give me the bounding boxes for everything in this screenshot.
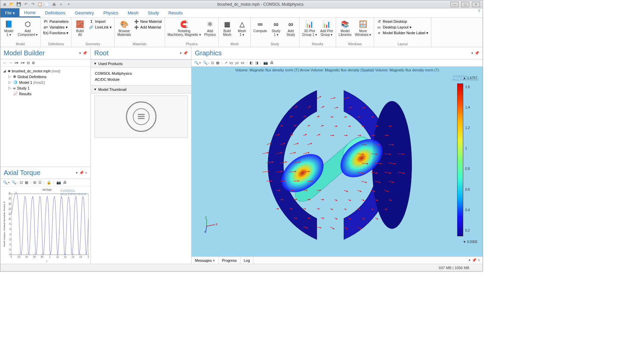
yz-icon[interactable]: yz xyxy=(235,61,239,65)
panel-pin-icon[interactable]: 📌 xyxy=(83,51,87,55)
panel-menu-icon[interactable]: ▾ xyxy=(76,171,78,175)
tree-item[interactable]: ▷🧊Model 1 (mod1) xyxy=(3,79,88,85)
zoom-out-icon[interactable]: 🔍- xyxy=(203,61,209,65)
ribbon-parameters[interactable]: PiParameters xyxy=(43,19,69,24)
panel-close-icon[interactable]: × xyxy=(478,258,480,262)
tree-item[interactable]: ▷∞Study 1 xyxy=(3,85,88,91)
zoom-extents-icon[interactable]: ⊡ xyxy=(211,61,214,65)
tree-item[interactable]: 📈Results xyxy=(3,91,88,97)
thumbnail-section-header[interactable]: ▾Model Thumbnail xyxy=(91,85,191,94)
xz-icon[interactable]: xz xyxy=(241,61,245,65)
tab-log[interactable]: Log xyxy=(240,257,254,264)
tree-item[interactable]: ▷⊕Global Definitions xyxy=(3,74,88,79)
ribbon-rotating[interactable]: 🧲RotatingMachinery, Magnetic ▾ xyxy=(166,18,202,37)
ribbon-build[interactable]: 🧱BuildAll xyxy=(73,18,87,37)
ribbon-mesh[interactable]: △Mesh1 ▾ xyxy=(235,18,249,37)
xy-icon[interactable]: xy xyxy=(229,61,233,65)
file-menu[interactable]: File ▾ xyxy=(0,8,19,17)
ribbon-model[interactable]: 📚ModelLibraries xyxy=(337,18,353,37)
tab-home[interactable]: Home xyxy=(19,8,41,17)
tree-collapse-icon[interactable]: ⊞ xyxy=(32,61,35,65)
zoom-in-icon[interactable]: 🔍+ xyxy=(3,180,10,185)
legend-icon[interactable]: ☰ xyxy=(38,180,42,185)
new-icon[interactable]: 🗎 xyxy=(2,1,8,7)
back-icon[interactable]: ← xyxy=(3,61,7,65)
panel-close-icon[interactable]: × xyxy=(85,171,87,175)
panel-menu-icon[interactable]: ▾ xyxy=(180,51,182,55)
tab-messages[interactable]: Messages × xyxy=(192,257,219,264)
forward-icon[interactable]: → xyxy=(9,61,12,65)
ribbon-add[interactable]: ⬡AddComponent ▾ xyxy=(16,18,39,37)
zoom-extents-icon[interactable]: ⊡ xyxy=(20,180,23,185)
zoom-in-icon[interactable]: 🔍+ xyxy=(194,61,201,65)
ribbon-study[interactable]: ∞Study1 ▾ xyxy=(269,18,283,37)
panel-pin-icon[interactable]: 📌 xyxy=(472,258,477,262)
view-xy-icon[interactable]: ↗ xyxy=(224,61,227,65)
maximize-button[interactable]: □ xyxy=(461,2,469,7)
products-section-header[interactable]: ▾Used Products xyxy=(91,59,191,68)
print-icon[interactable]: 🖶 xyxy=(63,180,67,185)
expand-icon[interactable]: ≡▾ xyxy=(14,61,18,65)
ribbon-add[interactable]: ∞AddStudy xyxy=(284,18,298,37)
open-icon[interactable]: 📂 xyxy=(9,1,15,7)
tab-mesh[interactable]: Mesh xyxy=(123,8,143,17)
tab-definitions[interactable]: Definitions xyxy=(40,8,70,17)
redo-icon[interactable]: ↷ xyxy=(30,1,36,7)
tree-item[interactable]: ◢◈brushed_dc_motor.mph (root) xyxy=(3,68,88,74)
ribbon-add-material[interactable]: ➕Add Material xyxy=(133,24,162,30)
ribbon-livelink-[interactable]: 🔗LiveLink ▾ xyxy=(88,24,112,30)
panel-menu-icon[interactable]: ▾ xyxy=(469,258,471,262)
tab-physics[interactable]: Physics xyxy=(99,8,123,17)
ribbon-compute[interactable]: ═Compute xyxy=(252,18,268,34)
grid-icon[interactable]: ⊞ xyxy=(33,180,36,185)
qat-dropdown-icon[interactable]: ▾ xyxy=(66,1,72,7)
close-button[interactable]: × xyxy=(472,2,480,7)
ribbon-new-material[interactable]: ➕New Material xyxy=(133,19,162,24)
ribbon-browse[interactable]: 🎨BrowseMaterials xyxy=(116,18,132,37)
ribbon-3d-plot[interactable]: 📊3D PlotGroup 1 ▾ xyxy=(301,18,318,37)
ribbon-reset-desktop[interactable]: ↺Reset Desktop xyxy=(376,19,429,24)
print-icon[interactable]: 🖶 xyxy=(51,1,57,7)
deselect-icon[interactable]: ◨ xyxy=(255,61,258,65)
torque-chart[interactable]: COMSOL MULTIPHYSICS Axial Torque-4-20246… xyxy=(0,186,91,264)
print-icon[interactable]: 🖶 xyxy=(270,61,274,65)
collapse-icon[interactable]: ≡▾ xyxy=(20,61,24,65)
copy-icon[interactable]: 📋 xyxy=(37,1,43,7)
save-icon[interactable]: 💾 xyxy=(16,1,22,7)
ribbon-desktop-layout-[interactable]: ▭Desktop Layout ▾ xyxy=(376,24,429,30)
panel-pin-icon[interactable]: 📌 xyxy=(183,51,188,55)
tab-study[interactable]: Study xyxy=(143,8,164,17)
ribbon-model[interactable]: 📘Model1 ▾ xyxy=(2,18,16,37)
help-button[interactable]: ? xyxy=(475,8,483,17)
tab-progress[interactable]: Progress xyxy=(219,257,240,264)
svg-text:2: 2 xyxy=(10,238,11,240)
panel-menu-icon[interactable]: ▾ xyxy=(471,51,473,55)
graphics-canvas[interactable]: Volume: Magnetic flux density norm (T) A… xyxy=(192,67,483,256)
minimize-button[interactable]: — xyxy=(450,2,459,7)
tab-results[interactable]: Results xyxy=(164,8,187,17)
select-icon[interactable]: ◧ xyxy=(250,61,253,65)
zoom-box-icon[interactable]: ▦ xyxy=(25,180,28,185)
zoom-box-icon[interactable]: ▦ xyxy=(216,61,219,65)
delete-icon[interactable]: × xyxy=(58,1,64,7)
ribbon-variables-[interactable]: a=Variables ▾ xyxy=(43,24,69,30)
undo-icon[interactable]: ↶ xyxy=(23,1,29,7)
ribbon-more[interactable]: 🪟MoreWindows ▾ xyxy=(354,18,372,37)
panel-pin-icon[interactable]: 📌 xyxy=(475,51,479,55)
snapshot-icon[interactable]: 📷 xyxy=(263,61,268,65)
ribbon-build[interactable]: ▦BuildMesh xyxy=(220,18,234,37)
zoom-out-icon[interactable]: 🔍- xyxy=(12,180,18,185)
tab-geometry[interactable]: Geometry xyxy=(70,8,99,17)
snapshot-icon[interactable]: 📷 xyxy=(56,180,61,185)
ribbon-add-plot[interactable]: 📊Add PlotGroup ▾ xyxy=(319,18,334,37)
tree-expand-icon[interactable]: ⊟ xyxy=(27,61,30,65)
ribbon-import[interactable]: ↧Import xyxy=(88,19,112,24)
model-tree[interactable]: ◢◈brushed_dc_motor.mph (root)▷⊕Global De… xyxy=(0,67,91,167)
ribbon-functions-[interactable]: f(x)Functions ▾ xyxy=(43,30,69,36)
panel-menu-icon[interactable]: ▾ xyxy=(79,51,81,55)
ribbon-add[interactable]: ⚛AddPhysics xyxy=(203,18,217,37)
ribbon-model-builder-node-label-[interactable]: ≡Model Builder Node Label ▾ xyxy=(376,30,429,36)
lock-icon[interactable]: 🔒 xyxy=(47,180,51,185)
paste-icon[interactable]: 📄 xyxy=(44,1,50,7)
panel-pin-icon[interactable]: 📌 xyxy=(79,171,84,175)
